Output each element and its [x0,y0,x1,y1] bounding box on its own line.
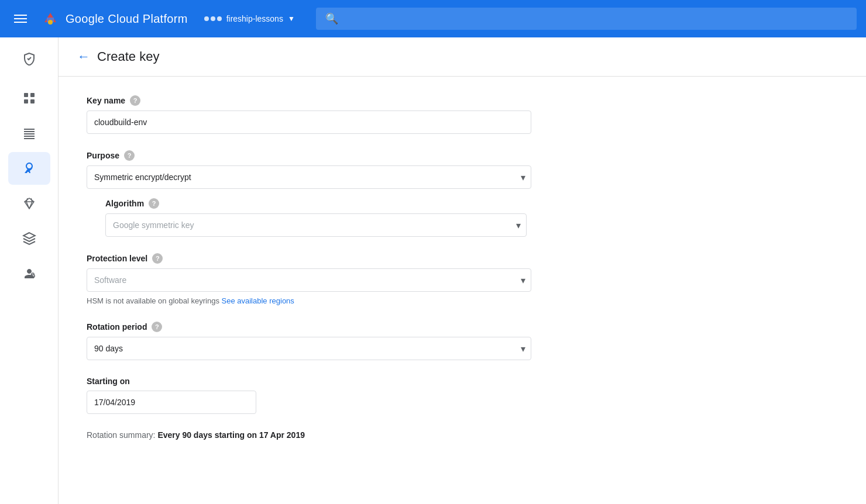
svg-rect-2 [30,93,35,97]
svg-rect-5 [24,129,35,130]
starting-on-label: Starting on [87,377,557,386]
algorithm-select-wrapper: Google symmetric key ▾ [105,213,527,237]
starting-on-input[interactable] [87,391,256,414]
chevron-down-icon: ▼ [288,15,295,23]
key-name-help-icon[interactable]: ? [130,95,140,106]
brand-name: Google Cloud Platform [66,12,188,26]
sidebar-item-list[interactable] [8,117,50,150]
protection-level-help-icon[interactable]: ? [152,253,163,264]
rotation-period-label: Rotation period ? [87,322,557,332]
layout: ← Create key Key name ? Purpose ? [0,37,866,504]
algorithm-group: Algorithm ? Google symmetric key ▾ [105,198,557,237]
svg-rect-7 [24,133,35,134]
purpose-label: Purpose ? [87,150,557,161]
protection-level-label: Protection level ? [87,253,557,264]
sidebar-item-dashboard[interactable] [8,82,50,115]
key-name-input[interactable] [87,111,531,134]
purpose-select-wrapper: Symmetric encrypt/decrypt Asymmetric sig… [87,165,531,189]
purpose-group: Purpose ? Symmetric encrypt/decrypt Asym… [87,150,557,237]
brand: Google Cloud Platform [41,9,188,28]
top-nav: Google Cloud Platform fireship-lessons ▼… [0,0,866,37]
brand-logo [41,9,60,28]
protection-level-select[interactable]: Software HSM [87,268,531,292]
key-name-label: Key name ? [87,95,557,106]
sidebar-item-diamond[interactable] [8,187,50,220]
protection-level-group: Protection level ? Software HSM ▾ HSM is… [87,253,557,305]
sidebar [0,37,59,504]
search-input[interactable] [344,13,847,24]
protection-level-select-wrapper: Software HSM ▾ [87,268,531,292]
purpose-select[interactable]: Symmetric encrypt/decrypt Asymmetric sig… [87,165,531,189]
sidebar-item-layers[interactable] [8,222,50,255]
sidebar-item-key-management[interactable] [8,152,50,185]
back-button[interactable]: ← [77,49,90,64]
algorithm-label: Algorithm ? [105,198,557,209]
form-body: Key name ? Purpose ? Symmetric encrypt/d… [59,77,585,458]
sidebar-item-person-lock[interactable] [8,257,50,290]
project-icon [204,16,222,21]
svg-rect-1 [24,93,28,97]
svg-rect-4 [30,99,35,103]
sidebar-item-top-shield[interactable] [8,42,50,75]
search-bar: 🔍 [316,8,857,30]
see-available-regions-link[interactable]: See available regions [222,296,294,305]
svg-rect-11 [32,276,33,278]
rotation-period-select[interactable]: 90 days 30 days 180 days 1 year Never (m… [87,337,531,360]
menu-button[interactable] [9,10,32,27]
main-content: ← Create key Key name ? Purpose ? [59,37,866,504]
page-title: Create key [97,49,159,64]
project-selector[interactable]: fireship-lessons ▼ [197,11,302,27]
svg-point-0 [48,20,53,25]
search-icon[interactable]: 🔍 [325,12,338,25]
svg-rect-3 [24,99,28,103]
rotation-period-select-wrapper: 90 days 30 days 180 days 1 year Never (m… [87,337,531,360]
project-name: fireship-lessons [226,14,283,23]
rotation-period-group: Rotation period ? 90 days 30 days 180 da… [87,322,557,360]
starting-on-group: Starting on [87,377,557,414]
svg-rect-9 [24,138,35,139]
svg-rect-8 [24,136,35,137]
page-header: ← Create key [59,37,866,77]
rotation-period-help-icon[interactable]: ? [152,322,162,332]
purpose-help-icon[interactable]: ? [124,150,135,161]
svg-rect-6 [24,131,35,132]
algorithm-help-icon[interactable]: ? [149,198,159,209]
rotation-summary: Rotation summary: Every 90 days starting… [87,430,557,440]
key-name-group: Key name ? [87,95,557,134]
algorithm-select[interactable]: Google symmetric key [105,213,527,237]
protection-level-info: HSM is not available on global keyrings … [87,296,557,305]
